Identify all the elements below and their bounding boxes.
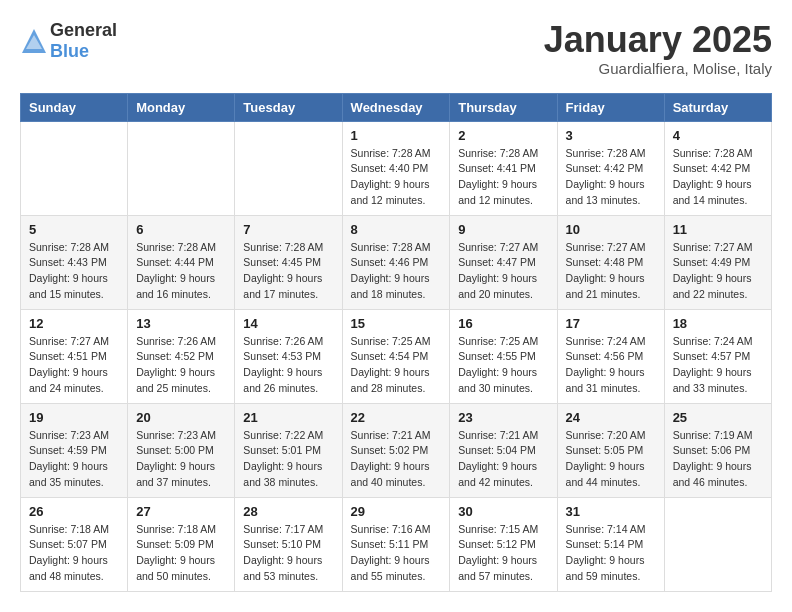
day-number: 31: [566, 504, 656, 519]
day-number: 16: [458, 316, 548, 331]
month-title: January 2025: [544, 20, 772, 60]
day-info: Sunrise: 7:28 AM Sunset: 4:40 PM Dayligh…: [351, 146, 442, 209]
weekday-header: Tuesday: [235, 93, 342, 121]
day-number: 24: [566, 410, 656, 425]
day-number: 26: [29, 504, 119, 519]
day-info: Sunrise: 7:18 AM Sunset: 5:09 PM Dayligh…: [136, 522, 226, 585]
calendar-cell: 8Sunrise: 7:28 AM Sunset: 4:46 PM Daylig…: [342, 215, 450, 309]
calendar-cell: 31Sunrise: 7:14 AM Sunset: 5:14 PM Dayli…: [557, 497, 664, 591]
day-number: 1: [351, 128, 442, 143]
calendar-cell: 27Sunrise: 7:18 AM Sunset: 5:09 PM Dayli…: [128, 497, 235, 591]
day-info: Sunrise: 7:28 AM Sunset: 4:41 PM Dayligh…: [458, 146, 548, 209]
day-info: Sunrise: 7:27 AM Sunset: 4:51 PM Dayligh…: [29, 334, 119, 397]
calendar-cell: 29Sunrise: 7:16 AM Sunset: 5:11 PM Dayli…: [342, 497, 450, 591]
day-info: Sunrise: 7:21 AM Sunset: 5:02 PM Dayligh…: [351, 428, 442, 491]
calendar-header-row: SundayMondayTuesdayWednesdayThursdayFrid…: [21, 93, 772, 121]
day-number: 5: [29, 222, 119, 237]
calendar-cell: [664, 497, 771, 591]
day-info: Sunrise: 7:15 AM Sunset: 5:12 PM Dayligh…: [458, 522, 548, 585]
weekday-header: Wednesday: [342, 93, 450, 121]
calendar-cell: 17Sunrise: 7:24 AM Sunset: 4:56 PM Dayli…: [557, 309, 664, 403]
calendar-cell: 12Sunrise: 7:27 AM Sunset: 4:51 PM Dayli…: [21, 309, 128, 403]
day-info: Sunrise: 7:25 AM Sunset: 4:54 PM Dayligh…: [351, 334, 442, 397]
calendar-cell: 26Sunrise: 7:18 AM Sunset: 5:07 PM Dayli…: [21, 497, 128, 591]
day-number: 15: [351, 316, 442, 331]
logo-general-text: General: [50, 20, 117, 40]
calendar-cell: 14Sunrise: 7:26 AM Sunset: 4:53 PM Dayli…: [235, 309, 342, 403]
calendar-cell: 25Sunrise: 7:19 AM Sunset: 5:06 PM Dayli…: [664, 403, 771, 497]
day-number: 4: [673, 128, 763, 143]
calendar-cell: 30Sunrise: 7:15 AM Sunset: 5:12 PM Dayli…: [450, 497, 557, 591]
calendar-cell: 11Sunrise: 7:27 AM Sunset: 4:49 PM Dayli…: [664, 215, 771, 309]
calendar-cell: 28Sunrise: 7:17 AM Sunset: 5:10 PM Dayli…: [235, 497, 342, 591]
calendar-cell: [235, 121, 342, 215]
day-info: Sunrise: 7:20 AM Sunset: 5:05 PM Dayligh…: [566, 428, 656, 491]
day-number: 7: [243, 222, 333, 237]
day-info: Sunrise: 7:28 AM Sunset: 4:45 PM Dayligh…: [243, 240, 333, 303]
weekday-header: Saturday: [664, 93, 771, 121]
calendar-cell: 4Sunrise: 7:28 AM Sunset: 4:42 PM Daylig…: [664, 121, 771, 215]
calendar-cell: 6Sunrise: 7:28 AM Sunset: 4:44 PM Daylig…: [128, 215, 235, 309]
day-number: 9: [458, 222, 548, 237]
day-info: Sunrise: 7:26 AM Sunset: 4:52 PM Dayligh…: [136, 334, 226, 397]
calendar-cell: 9Sunrise: 7:27 AM Sunset: 4:47 PM Daylig…: [450, 215, 557, 309]
calendar-cell: 3Sunrise: 7:28 AM Sunset: 4:42 PM Daylig…: [557, 121, 664, 215]
calendar-week-row: 5Sunrise: 7:28 AM Sunset: 4:43 PM Daylig…: [21, 215, 772, 309]
day-info: Sunrise: 7:22 AM Sunset: 5:01 PM Dayligh…: [243, 428, 333, 491]
calendar-cell: 10Sunrise: 7:27 AM Sunset: 4:48 PM Dayli…: [557, 215, 664, 309]
calendar-cell: 23Sunrise: 7:21 AM Sunset: 5:04 PM Dayli…: [450, 403, 557, 497]
page-header: General Blue January 2025 Guardialfiera,…: [20, 20, 772, 77]
day-number: 20: [136, 410, 226, 425]
day-number: 14: [243, 316, 333, 331]
weekday-header: Friday: [557, 93, 664, 121]
logo: General Blue: [20, 20, 117, 62]
day-number: 28: [243, 504, 333, 519]
calendar-cell: 13Sunrise: 7:26 AM Sunset: 4:52 PM Dayli…: [128, 309, 235, 403]
day-info: Sunrise: 7:27 AM Sunset: 4:47 PM Dayligh…: [458, 240, 548, 303]
calendar-cell: 18Sunrise: 7:24 AM Sunset: 4:57 PM Dayli…: [664, 309, 771, 403]
calendar-week-row: 26Sunrise: 7:18 AM Sunset: 5:07 PM Dayli…: [21, 497, 772, 591]
day-number: 6: [136, 222, 226, 237]
day-info: Sunrise: 7:23 AM Sunset: 5:00 PM Dayligh…: [136, 428, 226, 491]
calendar-cell: 16Sunrise: 7:25 AM Sunset: 4:55 PM Dayli…: [450, 309, 557, 403]
calendar-week-row: 19Sunrise: 7:23 AM Sunset: 4:59 PM Dayli…: [21, 403, 772, 497]
day-info: Sunrise: 7:27 AM Sunset: 4:49 PM Dayligh…: [673, 240, 763, 303]
calendar-cell: 20Sunrise: 7:23 AM Sunset: 5:00 PM Dayli…: [128, 403, 235, 497]
day-info: Sunrise: 7:28 AM Sunset: 4:42 PM Dayligh…: [566, 146, 656, 209]
day-info: Sunrise: 7:19 AM Sunset: 5:06 PM Dayligh…: [673, 428, 763, 491]
calendar-cell: 19Sunrise: 7:23 AM Sunset: 4:59 PM Dayli…: [21, 403, 128, 497]
day-info: Sunrise: 7:28 AM Sunset: 4:46 PM Dayligh…: [351, 240, 442, 303]
day-info: Sunrise: 7:21 AM Sunset: 5:04 PM Dayligh…: [458, 428, 548, 491]
weekday-header: Thursday: [450, 93, 557, 121]
day-info: Sunrise: 7:28 AM Sunset: 4:44 PM Dayligh…: [136, 240, 226, 303]
day-number: 27: [136, 504, 226, 519]
title-section: January 2025 Guardialfiera, Molise, Ital…: [544, 20, 772, 77]
calendar-table: SundayMondayTuesdayWednesdayThursdayFrid…: [20, 93, 772, 592]
day-info: Sunrise: 7:28 AM Sunset: 4:42 PM Dayligh…: [673, 146, 763, 209]
day-number: 21: [243, 410, 333, 425]
calendar-cell: 22Sunrise: 7:21 AM Sunset: 5:02 PM Dayli…: [342, 403, 450, 497]
logo-blue-text: Blue: [50, 41, 89, 61]
day-info: Sunrise: 7:24 AM Sunset: 4:56 PM Dayligh…: [566, 334, 656, 397]
day-number: 11: [673, 222, 763, 237]
day-number: 18: [673, 316, 763, 331]
day-number: 2: [458, 128, 548, 143]
calendar-cell: 21Sunrise: 7:22 AM Sunset: 5:01 PM Dayli…: [235, 403, 342, 497]
calendar-week-row: 1Sunrise: 7:28 AM Sunset: 4:40 PM Daylig…: [21, 121, 772, 215]
day-info: Sunrise: 7:18 AM Sunset: 5:07 PM Dayligh…: [29, 522, 119, 585]
day-number: 8: [351, 222, 442, 237]
day-info: Sunrise: 7:27 AM Sunset: 4:48 PM Dayligh…: [566, 240, 656, 303]
calendar-cell: 5Sunrise: 7:28 AM Sunset: 4:43 PM Daylig…: [21, 215, 128, 309]
calendar-cell: [128, 121, 235, 215]
weekday-header: Monday: [128, 93, 235, 121]
calendar-cell: 7Sunrise: 7:28 AM Sunset: 4:45 PM Daylig…: [235, 215, 342, 309]
day-number: 3: [566, 128, 656, 143]
location-subtitle: Guardialfiera, Molise, Italy: [544, 60, 772, 77]
day-info: Sunrise: 7:24 AM Sunset: 4:57 PM Dayligh…: [673, 334, 763, 397]
day-number: 25: [673, 410, 763, 425]
calendar-cell: 15Sunrise: 7:25 AM Sunset: 4:54 PM Dayli…: [342, 309, 450, 403]
calendar-cell: 2Sunrise: 7:28 AM Sunset: 4:41 PM Daylig…: [450, 121, 557, 215]
weekday-header: Sunday: [21, 93, 128, 121]
day-number: 22: [351, 410, 442, 425]
day-info: Sunrise: 7:23 AM Sunset: 4:59 PM Dayligh…: [29, 428, 119, 491]
